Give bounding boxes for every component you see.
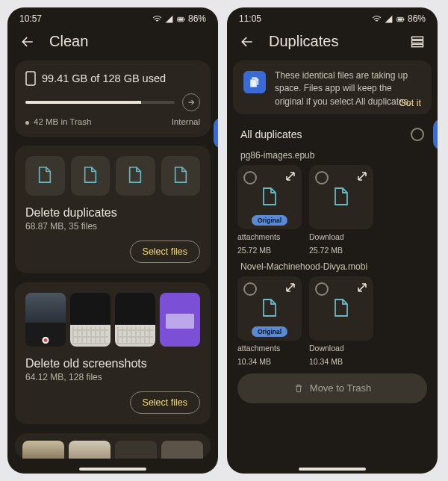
screenshot-thumb[interactable] [25, 293, 66, 347]
assistant-handle[interactable] [214, 118, 218, 148]
trash-size: 42 MB in Trash [25, 117, 91, 126]
phone-icon [25, 71, 36, 86]
duplicate-tile[interactable]: Original [237, 165, 302, 229]
duplicate-tile[interactable] [71, 156, 111, 196]
status-time: 10:57 [19, 13, 42, 24]
status-battery: 86% [408, 13, 426, 24]
storage-progress [25, 101, 175, 104]
item-radio[interactable] [315, 171, 329, 184]
storage-card[interactable]: 99.41 GB of 128 GB used 42 MB in Trash I… [15, 60, 211, 137]
svg-rect-6 [403, 18, 404, 19]
svg-rect-2 [184, 18, 184, 19]
file-icon [332, 187, 350, 208]
delete-duplicates-card: Delete duplicates 68.87 MB, 35 files Sel… [15, 146, 211, 273]
next-card-peek [15, 433, 211, 459]
wifi-icon [372, 14, 382, 24]
info-banner: These identical files are taking up spac… [233, 60, 432, 114]
view-toggle-button[interactable] [409, 34, 426, 50]
expand-icon[interactable] [357, 171, 367, 181]
duplicate-tile[interactable] [161, 156, 201, 196]
duplicate-item: Download 25.72 MB [309, 165, 373, 255]
status-bar: 11:05 86% [227, 7, 438, 27]
all-duplicates-radio[interactable] [411, 128, 424, 141]
status-right: 86% [372, 13, 426, 24]
group-filename: Novel-Machinehood-Divya.mobi [227, 260, 438, 276]
screenshot-thumb[interactable] [160, 293, 200, 347]
clean-screen: 10:57 86% Clean 99.41 GB of 128 GB used [7, 7, 218, 474]
screenshots-subtitle: 64.12 MB, 128 files [25, 372, 200, 382]
signal-icon [164, 14, 174, 24]
battery-icon [176, 14, 186, 24]
item-folder: attachments [237, 344, 302, 354]
expand-icon[interactable] [285, 282, 296, 293]
file-icon [332, 298, 350, 319]
svg-rect-7 [412, 37, 423, 39]
file-icon [261, 187, 279, 208]
move-to-trash-button[interactable]: Move to Trash [237, 373, 427, 403]
item-radio[interactable] [243, 282, 257, 296]
duplicate-item: Original attachments 25.72 MB [237, 165, 302, 255]
duplicate-tile[interactable] [309, 276, 373, 341]
screenshots-title: Delete old screenshots [25, 357, 200, 370]
duplicate-item: Original attachments 10.34 MB [237, 276, 302, 367]
trash-icon [293, 383, 304, 394]
expand-icon[interactable] [285, 171, 296, 181]
all-duplicates-row[interactable]: All duplicates [227, 120, 438, 149]
item-size: 25.72 MB [237, 246, 302, 256]
duplicate-files-icon [243, 71, 266, 93]
duplicates-screen: 11:05 86% Duplicates These identical fil… [227, 7, 438, 474]
duplicate-tile[interactable] [309, 165, 373, 229]
item-radio[interactable] [315, 282, 329, 296]
item-size: 25.72 MB [309, 246, 373, 256]
storage-used: 99.41 GB of 128 GB used [42, 72, 166, 84]
back-button[interactable] [239, 34, 255, 50]
group-filename: pg86-images.epub [227, 149, 438, 165]
delete-screenshots-card: Delete old screenshots 64.12 MB, 128 fil… [15, 282, 211, 424]
screenshot-thumb[interactable] [115, 293, 155, 347]
duplicates-select-button[interactable]: Select files [130, 241, 200, 263]
status-battery: 86% [188, 13, 206, 24]
battery-icon [396, 14, 405, 24]
duplicate-tile[interactable] [116, 156, 155, 196]
duplicates-subtitle: 68.87 MB, 35 files [25, 221, 200, 232]
storage-forward-button[interactable] [182, 93, 200, 111]
duplicate-tile[interactable]: Original [237, 276, 302, 341]
trash-label: Move to Trash [310, 382, 371, 394]
home-indicator[interactable] [299, 468, 366, 471]
back-button[interactable] [19, 34, 36, 50]
signal-icon [384, 14, 393, 24]
wifi-icon [152, 14, 162, 24]
app-bar: Clean [7, 27, 218, 60]
status-right: 86% [152, 13, 206, 24]
page-title: Clean [49, 33, 88, 50]
assistant-handle[interactable] [433, 120, 438, 149]
expand-icon[interactable] [357, 282, 367, 293]
screenshot-thumb[interactable] [70, 293, 111, 347]
page-title: Duplicates [269, 33, 338, 50]
item-size: 10.34 MB [237, 357, 302, 367]
item-folder: Download [309, 232, 373, 243]
svg-rect-9 [412, 44, 423, 46]
status-time: 11:05 [239, 13, 261, 24]
file-icon [261, 298, 279, 319]
item-size: 10.34 MB [309, 357, 373, 367]
banner-dismiss-button[interactable]: Got it [399, 98, 421, 108]
duplicates-title: Delete duplicates [25, 206, 200, 220]
app-bar: Duplicates [227, 27, 438, 60]
svg-rect-5 [398, 18, 403, 20]
screenshots-select-button[interactable]: Select files [130, 391, 200, 414]
storage-location: Internal [172, 117, 200, 126]
original-badge: Original [252, 215, 287, 226]
duplicate-item: Download 10.34 MB [309, 276, 373, 367]
duplicate-tile[interactable] [25, 156, 65, 196]
item-folder: Download [309, 344, 373, 354]
original-badge: Original [252, 326, 287, 337]
svg-rect-1 [178, 18, 184, 20]
svg-rect-3 [26, 72, 35, 85]
home-indicator[interactable] [79, 468, 146, 471]
status-bar: 10:57 86% [7, 7, 218, 27]
item-radio[interactable] [243, 171, 257, 184]
all-duplicates-label: All duplicates [240, 128, 302, 140]
item-folder: attachments [237, 232, 302, 243]
svg-rect-8 [412, 40, 423, 43]
